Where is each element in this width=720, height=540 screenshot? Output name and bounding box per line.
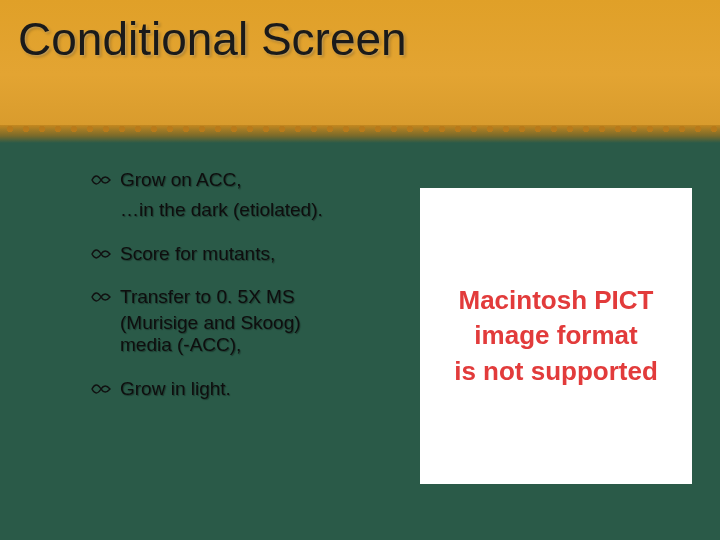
- bullet-item: Transfer to 0. 5X MS: [90, 285, 400, 309]
- bullet-item: Grow in light.: [90, 377, 400, 401]
- placeholder-message: Macintosh PICT image format is not suppo…: [454, 283, 658, 388]
- bullet-subline: (Murisige and Skoog): [90, 311, 400, 335]
- bullet-subline: media (-ACC),: [90, 333, 400, 357]
- slide-title: Conditional Screen: [18, 12, 720, 66]
- header-texture-edge: [0, 125, 720, 143]
- bullet-item: Grow on ACC,: [90, 168, 400, 192]
- bullet-text: Transfer to 0. 5X MS: [120, 286, 295, 307]
- slide-header: Conditional Screen: [0, 0, 720, 135]
- flourish-bullet-icon: [90, 287, 112, 307]
- flourish-bullet-icon: [90, 244, 112, 264]
- bullet-text: Grow in light.: [120, 378, 231, 399]
- placeholder-line: image format: [454, 318, 658, 353]
- flourish-bullet-icon: [90, 170, 112, 190]
- image-placeholder: Macintosh PICT image format is not suppo…: [420, 188, 692, 484]
- placeholder-line: Macintosh PICT: [454, 283, 658, 318]
- bullet-continuation: …in the dark (etiolated).: [90, 198, 400, 222]
- placeholder-line: is not supported: [454, 354, 658, 389]
- bullet-text: …in the dark (etiolated).: [120, 199, 323, 220]
- bullet-item: Score for mutants,: [90, 242, 400, 266]
- bullet-list: Grow on ACC, …in the dark (etiolated). S…: [90, 168, 400, 400]
- bullet-text: Grow on ACC,: [120, 169, 241, 190]
- flourish-bullet-icon: [90, 379, 112, 399]
- bullet-text: Score for mutants,: [120, 243, 275, 264]
